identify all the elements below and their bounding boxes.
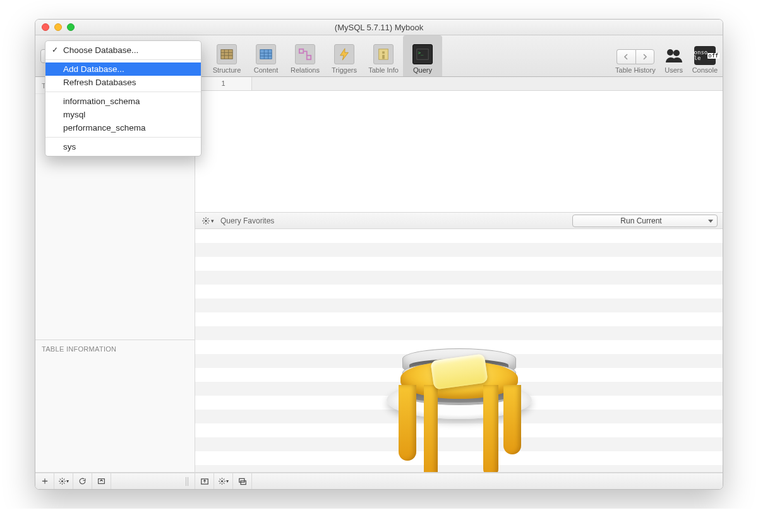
- svg-line-36: [64, 479, 65, 480]
- dropdown-db-item[interactable]: performance_schema: [45, 121, 201, 134]
- query-icon: >_: [412, 44, 433, 64]
- sequelpro-logo: [377, 241, 541, 430]
- svg-rect-13: [382, 51, 385, 54]
- add-button[interactable]: ＋: [35, 473, 54, 489]
- main-footer: ▾: [195, 473, 723, 489]
- svg-rect-10: [299, 49, 303, 53]
- svg-line-47: [224, 479, 225, 480]
- main-gear-button[interactable]: ▾: [214, 473, 233, 489]
- tab-table-info[interactable]: Table Info: [364, 35, 403, 76]
- triggers-icon: [334, 44, 354, 64]
- dropdown-title[interactable]: Choose Database...: [45, 44, 201, 57]
- traffic-lights: [42, 23, 75, 31]
- history-back-button[interactable]: [617, 49, 635, 64]
- tab-label: Content: [254, 66, 279, 74]
- main-area: 1 ▾ Query Favorites Run Current: [195, 77, 723, 472]
- svg-line-33: [60, 479, 61, 480]
- refresh-button[interactable]: [73, 473, 92, 489]
- console-label: Console: [692, 66, 718, 74]
- window-title: (MySQL 5.7.11) Mybook: [35, 23, 723, 32]
- svg-line-27: [207, 218, 208, 220]
- sidebar-resize-grip[interactable]: [184, 473, 191, 489]
- export-button[interactable]: [195, 473, 214, 489]
- dropdown-separator: [45, 137, 201, 138]
- results-pane: [195, 229, 723, 472]
- svg-rect-14: [382, 55, 385, 59]
- run-current-button[interactable]: Run Current: [572, 215, 718, 227]
- svg-text:>_: >_: [418, 50, 424, 56]
- history-forward-button[interactable]: [635, 49, 654, 64]
- run-label: Run Current: [620, 216, 661, 225]
- close-window-button[interactable]: [42, 23, 49, 31]
- layout-button[interactable]: [233, 473, 252, 489]
- console-button[interactable]: conso le off Console: [692, 46, 718, 74]
- relations-icon: [295, 44, 315, 64]
- footer: ＋ ▾ ▾: [35, 473, 723, 489]
- tab-structure[interactable]: Structure: [207, 35, 246, 76]
- dropdown-add-database[interactable]: Add Database...: [45, 62, 201, 76]
- tab-label: Table Info: [368, 66, 399, 74]
- svg-point-19: [205, 220, 207, 222]
- users-icon: [663, 46, 685, 65]
- svg-point-17: [667, 49, 673, 56]
- app-window: (MySQL 5.7.11) Mybook Structure Content: [35, 19, 723, 490]
- tab-query[interactable]: >_ Query: [403, 35, 442, 76]
- tab-relations[interactable]: Relations: [286, 35, 325, 76]
- table-info-icon: [373, 44, 394, 64]
- minimize-window-button[interactable]: [54, 23, 62, 31]
- content-icon: [256, 44, 276, 64]
- tab-label: Triggers: [332, 66, 357, 74]
- query-bar: ▾ Query Favorites Run Current: [195, 213, 723, 229]
- tab-triggers[interactable]: Triggers: [325, 35, 364, 76]
- dropdown-refresh[interactable]: Refresh Databases: [45, 76, 201, 89]
- dropdown-separator: [45, 92, 201, 92]
- svg-rect-0: [221, 50, 232, 59]
- svg-line-26: [203, 222, 205, 223]
- dropdown-db-item[interactable]: mysql: [45, 108, 201, 121]
- users-button[interactable]: Users: [663, 46, 685, 74]
- dropdown-db-item[interactable]: sys: [45, 140, 201, 153]
- svg-line-35: [60, 483, 61, 484]
- svg-line-34: [64, 483, 65, 484]
- users-label: Users: [665, 66, 683, 74]
- tab-content[interactable]: Content: [246, 35, 286, 76]
- svg-rect-11: [307, 56, 311, 59]
- svg-line-44: [220, 479, 221, 480]
- toggle-panel-button[interactable]: [92, 473, 111, 489]
- table-info-heading: TABLE INFORMATION: [35, 340, 195, 472]
- database-dropdown: Choose Database... Add Database... Refre…: [45, 40, 202, 157]
- svg-line-45: [224, 483, 225, 484]
- svg-point-28: [61, 480, 63, 482]
- view-tabs: Structure Content Relations Triggers: [207, 35, 442, 76]
- query-editor[interactable]: [195, 91, 723, 213]
- toolbar-right: Table History Users conso le off Console: [615, 35, 718, 76]
- structure-icon: [217, 44, 237, 64]
- tab-label: Query: [413, 66, 432, 74]
- svg-line-25: [207, 222, 208, 223]
- history-label: Table History: [615, 66, 656, 74]
- dropdown-separator: [45, 59, 201, 60]
- zoom-window-button[interactable]: [67, 23, 75, 31]
- svg-point-18: [673, 50, 680, 56]
- gear-button[interactable]: ▾: [54, 473, 73, 489]
- sidebar-footer: ＋ ▾: [35, 473, 195, 489]
- query-tabstrip: 1: [195, 77, 723, 91]
- console-icon: conso le off: [694, 46, 716, 65]
- tab-label: Relations: [291, 66, 320, 74]
- query-gear-button[interactable]: ▾: [200, 215, 215, 227]
- titlebar: (MySQL 5.7.11) Mybook: [35, 20, 723, 35]
- svg-rect-5: [260, 50, 272, 59]
- tab-label: Structure: [213, 66, 241, 74]
- svg-line-46: [220, 483, 221, 484]
- query-favorites-label[interactable]: Query Favorites: [220, 216, 274, 225]
- svg-point-39: [221, 480, 223, 482]
- query-tab-1[interactable]: 1: [195, 77, 252, 90]
- svg-line-24: [203, 218, 205, 220]
- dropdown-db-item[interactable]: information_schema: [45, 95, 201, 108]
- table-history-group: Table History: [615, 49, 656, 74]
